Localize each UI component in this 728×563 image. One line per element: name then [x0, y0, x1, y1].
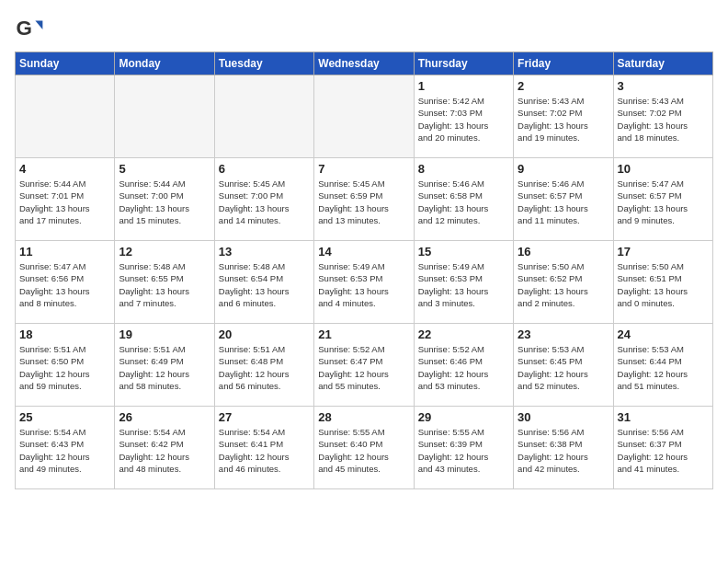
day-info: Sunrise: 5:56 AM Sunset: 6:37 PM Dayligh…	[618, 426, 709, 475]
day-number: 5	[119, 162, 210, 176]
day-number: 11	[19, 245, 110, 259]
col-header-monday: Monday	[115, 52, 214, 75]
day-number: 14	[318, 245, 409, 259]
calendar-cell: 16Sunrise: 5:50 AM Sunset: 6:52 PM Dayli…	[514, 241, 613, 324]
col-header-thursday: Thursday	[414, 52, 513, 75]
calendar-cell: 14Sunrise: 5:49 AM Sunset: 6:53 PM Dayli…	[314, 241, 414, 324]
day-number: 28	[318, 410, 409, 424]
calendar-cell: 4Sunrise: 5:44 AM Sunset: 7:01 PM Daylig…	[16, 158, 115, 241]
calendar-week-2: 4Sunrise: 5:44 AM Sunset: 7:01 PM Daylig…	[16, 158, 713, 241]
day-info: Sunrise: 5:46 AM Sunset: 6:58 PM Dayligh…	[418, 178, 509, 226]
page-header: G	[15, 15, 713, 44]
svg-text:G: G	[17, 17, 32, 40]
calendar-cell: 21Sunrise: 5:52 AM Sunset: 6:47 PM Dayli…	[314, 324, 414, 407]
day-info: Sunrise: 5:55 AM Sunset: 6:40 PM Dayligh…	[318, 426, 409, 475]
calendar-week-4: 18Sunrise: 5:51 AM Sunset: 6:50 PM Dayli…	[16, 324, 713, 407]
day-number: 8	[418, 162, 509, 176]
day-info: Sunrise: 5:43 AM Sunset: 7:02 PM Dayligh…	[618, 95, 709, 144]
calendar-cell: 27Sunrise: 5:54 AM Sunset: 6:41 PM Dayli…	[214, 407, 313, 489]
day-info: Sunrise: 5:54 AM Sunset: 6:41 PM Dayligh…	[219, 426, 310, 475]
day-info: Sunrise: 5:54 AM Sunset: 6:43 PM Dayligh…	[19, 426, 110, 475]
calendar-cell: 10Sunrise: 5:47 AM Sunset: 6:57 PM Dayli…	[613, 158, 712, 241]
calendar-cell: 1Sunrise: 5:42 AM Sunset: 7:03 PM Daylig…	[414, 75, 513, 158]
day-number: 21	[318, 327, 409, 341]
day-number: 19	[119, 327, 210, 341]
day-number: 9	[518, 162, 609, 176]
day-number: 22	[418, 327, 509, 341]
day-number: 25	[19, 410, 110, 424]
calendar-cell: 28Sunrise: 5:55 AM Sunset: 6:40 PM Dayli…	[314, 407, 414, 489]
calendar-cell	[115, 75, 214, 158]
day-info: Sunrise: 5:51 AM Sunset: 6:50 PM Dayligh…	[19, 343, 110, 392]
calendar-cell: 13Sunrise: 5:48 AM Sunset: 6:54 PM Dayli…	[214, 241, 313, 324]
calendar-cell: 24Sunrise: 5:53 AM Sunset: 6:44 PM Dayli…	[613, 324, 712, 407]
day-number: 12	[119, 245, 210, 259]
col-header-friday: Friday	[514, 52, 613, 75]
day-info: Sunrise: 5:51 AM Sunset: 6:49 PM Dayligh…	[119, 343, 210, 392]
day-number: 18	[19, 327, 110, 341]
day-info: Sunrise: 5:51 AM Sunset: 6:48 PM Dayligh…	[219, 343, 310, 392]
day-info: Sunrise: 5:43 AM Sunset: 7:02 PM Dayligh…	[518, 95, 609, 144]
day-info: Sunrise: 5:46 AM Sunset: 6:57 PM Dayligh…	[518, 178, 609, 226]
calendar-cell: 8Sunrise: 5:46 AM Sunset: 6:58 PM Daylig…	[414, 158, 513, 241]
day-number: 15	[418, 245, 509, 259]
calendar-cell: 17Sunrise: 5:50 AM Sunset: 6:51 PM Dayli…	[613, 241, 712, 324]
day-info: Sunrise: 5:50 AM Sunset: 6:51 PM Dayligh…	[618, 260, 709, 309]
day-number: 2	[518, 79, 609, 93]
calendar-table: SundayMondayTuesdayWednesdayThursdayFrid…	[15, 52, 713, 489]
calendar-cell: 29Sunrise: 5:55 AM Sunset: 6:39 PM Dayli…	[414, 407, 513, 489]
svg-marker-1	[35, 20, 42, 29]
day-number: 10	[618, 162, 709, 176]
calendar-cell	[16, 75, 115, 158]
day-info: Sunrise: 5:56 AM Sunset: 6:38 PM Dayligh…	[518, 426, 609, 475]
day-number: 24	[618, 327, 709, 341]
day-number: 23	[518, 327, 609, 341]
day-info: Sunrise: 5:50 AM Sunset: 6:52 PM Dayligh…	[518, 260, 609, 309]
col-header-wednesday: Wednesday	[314, 52, 414, 75]
day-info: Sunrise: 5:42 AM Sunset: 7:03 PM Dayligh…	[418, 95, 509, 144]
col-header-sunday: Sunday	[16, 52, 115, 75]
day-info: Sunrise: 5:48 AM Sunset: 6:54 PM Dayligh…	[219, 260, 310, 309]
calendar-cell: 19Sunrise: 5:51 AM Sunset: 6:49 PM Dayli…	[115, 324, 214, 407]
day-info: Sunrise: 5:52 AM Sunset: 6:47 PM Dayligh…	[318, 343, 409, 392]
day-info: Sunrise: 5:44 AM Sunset: 7:01 PM Dayligh…	[19, 178, 110, 226]
calendar-cell: 31Sunrise: 5:56 AM Sunset: 6:37 PM Dayli…	[613, 407, 712, 489]
day-info: Sunrise: 5:45 AM Sunset: 6:59 PM Dayligh…	[318, 178, 409, 226]
calendar-header-row: SundayMondayTuesdayWednesdayThursdayFrid…	[16, 52, 713, 75]
day-info: Sunrise: 5:55 AM Sunset: 6:39 PM Dayligh…	[418, 426, 509, 475]
day-info: Sunrise: 5:45 AM Sunset: 7:00 PM Dayligh…	[219, 178, 310, 226]
day-number: 26	[119, 410, 210, 424]
day-info: Sunrise: 5:47 AM Sunset: 6:57 PM Dayligh…	[618, 178, 709, 226]
day-number: 3	[618, 79, 709, 93]
calendar-cell: 11Sunrise: 5:47 AM Sunset: 6:56 PM Dayli…	[16, 241, 115, 324]
calendar-cell: 18Sunrise: 5:51 AM Sunset: 6:50 PM Dayli…	[16, 324, 115, 407]
day-number: 4	[19, 162, 110, 176]
calendar-cell: 5Sunrise: 5:44 AM Sunset: 7:00 PM Daylig…	[115, 158, 214, 241]
calendar-cell	[214, 75, 313, 158]
calendar-cell	[314, 75, 414, 158]
day-info: Sunrise: 5:49 AM Sunset: 6:53 PM Dayligh…	[318, 260, 409, 309]
day-number: 27	[219, 410, 310, 424]
calendar-cell: 12Sunrise: 5:48 AM Sunset: 6:55 PM Dayli…	[115, 241, 214, 324]
day-number: 6	[219, 162, 310, 176]
calendar-week-1: 1Sunrise: 5:42 AM Sunset: 7:03 PM Daylig…	[16, 75, 713, 158]
day-info: Sunrise: 5:49 AM Sunset: 6:53 PM Dayligh…	[418, 260, 509, 309]
logo-icon: G	[15, 15, 44, 44]
day-info: Sunrise: 5:47 AM Sunset: 6:56 PM Dayligh…	[19, 260, 110, 309]
day-number: 17	[618, 245, 709, 259]
day-number: 1	[418, 79, 509, 93]
calendar-week-5: 25Sunrise: 5:54 AM Sunset: 6:43 PM Dayli…	[16, 407, 713, 489]
calendar-cell: 7Sunrise: 5:45 AM Sunset: 6:59 PM Daylig…	[314, 158, 414, 241]
day-info: Sunrise: 5:54 AM Sunset: 6:42 PM Dayligh…	[119, 426, 210, 475]
calendar-cell: 6Sunrise: 5:45 AM Sunset: 7:00 PM Daylig…	[214, 158, 313, 241]
calendar-cell: 15Sunrise: 5:49 AM Sunset: 6:53 PM Dayli…	[414, 241, 513, 324]
day-number: 29	[418, 410, 509, 424]
calendar-cell: 3Sunrise: 5:43 AM Sunset: 7:02 PM Daylig…	[613, 75, 712, 158]
col-header-saturday: Saturday	[613, 52, 712, 75]
calendar-cell: 2Sunrise: 5:43 AM Sunset: 7:02 PM Daylig…	[514, 75, 613, 158]
day-info: Sunrise: 5:48 AM Sunset: 6:55 PM Dayligh…	[119, 260, 210, 309]
calendar-cell: 20Sunrise: 5:51 AM Sunset: 6:48 PM Dayli…	[214, 324, 313, 407]
day-info: Sunrise: 5:44 AM Sunset: 7:00 PM Dayligh…	[119, 178, 210, 226]
calendar-cell: 9Sunrise: 5:46 AM Sunset: 6:57 PM Daylig…	[514, 158, 613, 241]
day-number: 13	[219, 245, 310, 259]
